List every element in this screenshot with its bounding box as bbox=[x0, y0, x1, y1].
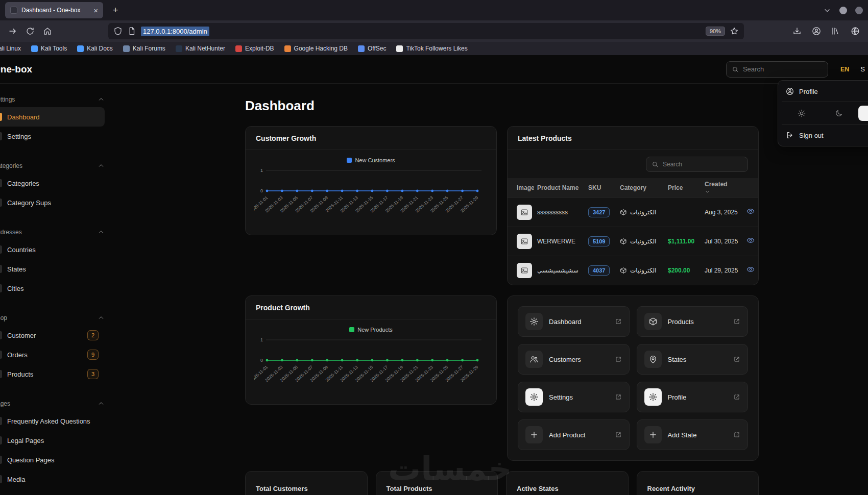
sidebar-item-customer[interactable]: Customer2 bbox=[0, 326, 105, 345]
sidebar-item-countries[interactable]: Countries bbox=[0, 240, 105, 259]
menu-item-signout[interactable]: Sign out bbox=[781, 127, 868, 143]
language-switcher[interactable]: EN bbox=[840, 66, 849, 73]
sidebar-item-category-sups[interactable]: Category Sups bbox=[0, 193, 105, 212]
url-text[interactable]: 127.0.0.1:8000/admin bbox=[141, 27, 209, 36]
column-category[interactable]: Category bbox=[617, 178, 665, 197]
sidebar-item-label: Dashboard bbox=[7, 113, 40, 121]
bookmarks-bar: Kali Linux Kali Tools Kali Docs Kali For… bbox=[0, 42, 868, 55]
view-product-button[interactable] bbox=[746, 265, 755, 274]
section-title-settings[interactable]: Settings bbox=[0, 92, 105, 107]
column-product-name[interactable]: Product Name bbox=[534, 178, 585, 197]
kali-forums-icon bbox=[123, 45, 130, 52]
quicklink-settings[interactable]: Settings bbox=[518, 382, 630, 412]
section-title-pages[interactable]: Pages bbox=[0, 396, 105, 411]
sidebar-item-media[interactable]: Media bbox=[0, 469, 105, 489]
sidebar-item-states[interactable]: States bbox=[0, 259, 105, 279]
sidebar-item-frequently-asked-questions[interactable]: Frequently Asked Questions bbox=[0, 411, 105, 431]
bookmark-google-hacking-db[interactable]: Google Hacking DB bbox=[284, 45, 348, 52]
sidebar-item-settings[interactable]: Settings bbox=[0, 127, 105, 146]
column-price[interactable]: Price bbox=[665, 178, 702, 197]
reload-button[interactable] bbox=[22, 23, 38, 39]
bookmark-kali-tools[interactable]: Kali Tools bbox=[31, 45, 67, 52]
product-row[interactable]: WERWERWE 5109 الكترونيات $1,111.00 Jul 3… bbox=[508, 227, 758, 256]
external-icon bbox=[733, 356, 740, 363]
chevron-up-icon bbox=[98, 229, 105, 236]
users-icon bbox=[529, 355, 539, 364]
quicklink-add-state[interactable]: Add State bbox=[637, 419, 749, 450]
profile-icon bbox=[786, 87, 794, 95]
sidebar-item-legal-pages[interactable]: Legal Pages bbox=[0, 431, 105, 450]
products-search[interactable] bbox=[646, 157, 748, 172]
url-bar[interactable]: 127.0.0.1:8000/admin 90% bbox=[108, 23, 744, 39]
sidebar-item-question-pages[interactable]: Question Pages bbox=[0, 450, 105, 469]
page-info-icon[interactable] bbox=[127, 27, 136, 36]
menu-item-profile[interactable]: Profile bbox=[781, 83, 868, 100]
quicklink-products[interactable]: Products bbox=[637, 306, 749, 337]
quicklink-profile[interactable]: Profile bbox=[637, 382, 749, 412]
bookmark-kali-linux[interactable]: Kali Linux bbox=[0, 45, 21, 52]
product-image-thumbnail bbox=[517, 263, 532, 278]
library-icon[interactable] bbox=[828, 23, 843, 39]
zoom-indicator[interactable]: 90% bbox=[706, 27, 725, 36]
sidebar-item-dashboard[interactable]: Dashboard bbox=[0, 107, 105, 127]
external-link-icon bbox=[615, 318, 622, 325]
sidebar-section-shop: Shop Customer2 Orders9 Products3 bbox=[0, 310, 105, 384]
bookmark-tiktok-followers-likes[interactable]: TikTok Followers Likes bbox=[396, 45, 467, 52]
product-name: WERWERWE bbox=[534, 227, 585, 256]
product-row[interactable]: ssssssssss 3427 الكترونيات Aug 3, 2025 bbox=[508, 197, 758, 227]
forward-button[interactable] bbox=[5, 23, 20, 39]
section-title-addresses[interactable]: Addresses bbox=[0, 225, 105, 240]
bookmark-offsec[interactable]: OffSec bbox=[358, 45, 386, 52]
sidebar-item-categories[interactable]: Categories bbox=[0, 174, 105, 193]
sidebar-item-label: States bbox=[7, 265, 26, 273]
quicklink-dashboard[interactable]: Dashboard bbox=[518, 306, 630, 337]
profile-dropdown-menu: Profile Sign out bbox=[778, 80, 868, 146]
bookmark-kali-nethunter[interactable]: Kali NetHunter bbox=[176, 45, 225, 52]
product-row[interactable]: سشيشسيشسي 4037 الكترونيات $200.00 Jul 29… bbox=[508, 256, 758, 285]
sidebar-item-cities[interactable]: Cities bbox=[0, 279, 105, 298]
window-circle-icon-2[interactable] bbox=[855, 7, 863, 14]
browser-tab[interactable]: Dashboard - One-box × bbox=[5, 2, 103, 18]
extension-globe-icon[interactable] bbox=[848, 23, 863, 39]
products-search-input[interactable] bbox=[663, 161, 742, 168]
column-sku[interactable]: SKU bbox=[585, 178, 617, 197]
section-title-shop[interactable]: Shop bbox=[0, 310, 105, 326]
menu-divider bbox=[782, 125, 868, 125]
theme-light-button[interactable] bbox=[784, 106, 819, 121]
quicklink-label: Add Product bbox=[549, 431, 586, 439]
user-menu-button[interactable]: S bbox=[860, 65, 865, 73]
external-link-icon bbox=[733, 431, 740, 438]
brand-logo[interactable]: One-box bbox=[0, 64, 32, 75]
box-icon bbox=[620, 267, 627, 274]
sidebar-item-products[interactable]: Products3 bbox=[0, 364, 105, 384]
external-icon bbox=[733, 318, 740, 325]
new-tab-button[interactable]: + bbox=[108, 3, 123, 17]
column-created[interactable]: Created bbox=[702, 178, 743, 197]
bookmark-kali-forums[interactable]: Kali Forums bbox=[123, 45, 165, 52]
theme-dark-button[interactable] bbox=[821, 106, 857, 121]
save-to-pocket-icon[interactable] bbox=[789, 23, 805, 39]
column-image[interactable]: Image bbox=[508, 178, 534, 197]
home-button[interactable] bbox=[40, 23, 55, 39]
quicklink-add-product[interactable]: Add Product bbox=[518, 419, 630, 450]
section-title-categories[interactable]: Categories bbox=[0, 158, 105, 174]
bookmark-kali-docs[interactable]: Kali Docs bbox=[77, 45, 113, 52]
list-tabs-chevron-icon[interactable] bbox=[823, 6, 831, 14]
header-search-input[interactable] bbox=[743, 65, 823, 73]
quicklink-states[interactable]: States bbox=[637, 344, 749, 375]
sidebar-item-label: Legal Pages bbox=[7, 437, 44, 444]
bookmark-star-icon[interactable] bbox=[730, 27, 739, 36]
tab-close-button[interactable]: × bbox=[93, 7, 98, 14]
header-search[interactable] bbox=[726, 61, 828, 78]
tracking-protection-shield-icon[interactable] bbox=[113, 27, 123, 36]
window-circle-icon[interactable] bbox=[839, 7, 847, 14]
bookmark-exploit-db[interactable]: Exploit-DB bbox=[235, 45, 274, 52]
view-product-button[interactable] bbox=[746, 236, 755, 244]
theme-system-button[interactable] bbox=[858, 106, 868, 121]
account-icon[interactable] bbox=[809, 23, 824, 39]
sku-badge: 4037 bbox=[588, 265, 610, 276]
categories-icon bbox=[0, 179, 2, 187]
sidebar-item-orders[interactable]: Orders9 bbox=[0, 345, 105, 364]
view-product-button[interactable] bbox=[746, 207, 755, 215]
quicklink-customers[interactable]: Customers bbox=[518, 344, 630, 375]
